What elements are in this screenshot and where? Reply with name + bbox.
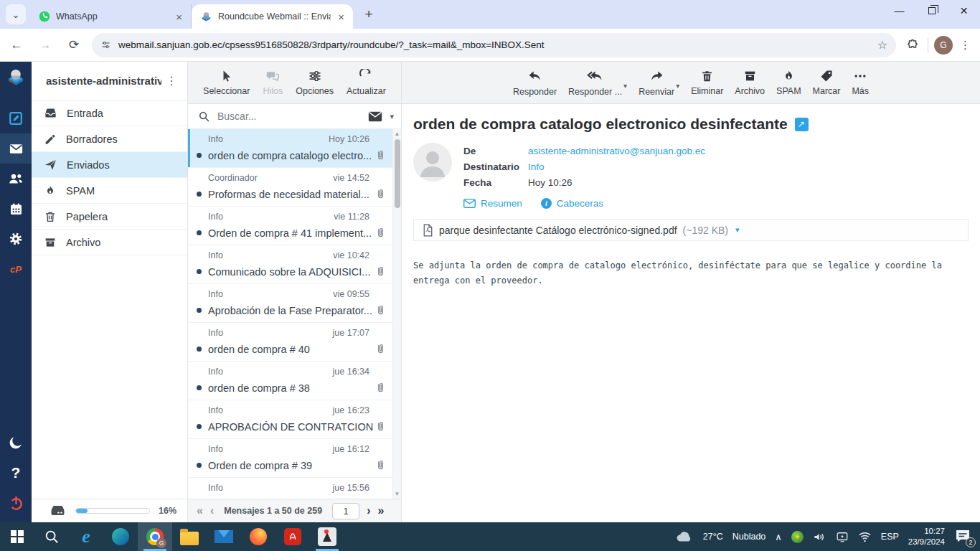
message-row[interactable]: Info jue 15:56 [188,478,392,499]
taskbar-java-button[interactable] [310,522,344,551]
taskbar-mail-button[interactable] [207,522,241,551]
message-row[interactable]: Info jue 16:12 Orden de compra # 39 [188,439,392,478]
folder-enviados[interactable]: Enviados [32,152,187,178]
weather-temp[interactable]: 27°C [703,532,723,542]
reply-all-button[interactable]: Responder ... [568,69,622,97]
page-number-input[interactable] [332,503,359,519]
connect-device-icon[interactable] [836,531,849,542]
account-menu-icon[interactable]: ⋮ [161,74,182,88]
extensions-icon[interactable] [906,39,919,52]
close-tab-icon[interactable]: × [336,11,346,23]
options-button[interactable]: Opciones [296,69,334,96]
tab-search-chevron-icon[interactable]: ⌄ [6,4,26,24]
first-page-button[interactable]: « [197,504,203,517]
taskbar-ie-button[interactable]: e [69,522,103,551]
browser-menu-icon[interactable]: ⋮ [960,39,971,52]
message-row[interactable]: Info vie 09:55 Aprobación de la Fase Pre… [188,284,392,323]
to-address-link[interactable]: Info [528,161,545,172]
close-tab-icon[interactable]: × [174,11,184,23]
taskbar-firefox-button[interactable] [241,522,275,551]
select-button[interactable]: Seleccionar [203,70,250,96]
search-bar[interactable]: Buscar... ▾ [188,104,401,129]
folder-entrada[interactable]: Entrada [32,100,187,126]
open-in-new-window-icon[interactable]: ↗ [795,118,809,131]
summary-link[interactable]: Resumen [463,198,522,209]
tab-roundcube[interactable]: Roundcube Webmail :: Enviados × [192,4,353,29]
language-indicator[interactable]: ESP [881,532,899,542]
forward-button[interactable]: Reenviar [639,69,674,97]
start-button[interactable] [0,522,34,551]
next-page-button[interactable]: › [367,504,370,517]
settings-nav-button[interactable] [0,224,32,254]
message-row[interactable]: Info Hoy 10:26 orden de compra catalogo … [188,129,392,168]
attachment-row[interactable]: parque desinfectante Catálogo electrónic… [413,219,969,241]
search-options-chevron-icon[interactable]: ▾ [390,112,394,121]
scrollbar-thumb[interactable] [395,139,400,208]
taskbar-acrobat-button[interactable] [275,522,310,551]
bookmark-star-icon[interactable]: ☆ [877,38,887,52]
message-row[interactable]: Info jue 16:34 orden de compra # 38 [188,362,392,400]
weather-desc[interactable]: Nublado [732,532,766,542]
attachment-menu-icon[interactable]: ▾ [735,225,740,235]
forward-button[interactable]: → [33,33,57,57]
compose-button[interactable] [0,103,32,133]
archive-button[interactable]: Archivo [735,69,765,96]
contacts-nav-button[interactable] [0,164,32,194]
clock[interactable]: 10:27 23/9/2024 [908,526,945,547]
message-row[interactable]: Info jue 17:07 orden de compra # 40 [188,323,392,362]
mail-nav-button[interactable] [0,133,32,164]
reply-button[interactable]: Responder [513,69,557,97]
address-bar[interactable]: webmail.sanjuan.gob.ec/cpsess9516850828/… [92,33,896,57]
reply-all-dropdown-icon[interactable]: ▾ [623,82,627,90]
antivirus-tray-icon[interactable]: ✦ [791,531,804,543]
weather-cloud-icon[interactable] [675,530,694,543]
scroll-down-icon[interactable]: ▼ [393,489,401,499]
mark-button[interactable]: Marcar [813,69,841,96]
search-scope-icon[interactable] [368,111,382,122]
back-button[interactable]: ← [4,33,29,57]
refresh-button[interactable]: Actualizar [347,69,386,96]
taskbar-explorer-button[interactable] [172,522,207,551]
minimize-button[interactable]: — [883,0,915,22]
taskbar-chrome-button[interactable]: G [138,522,172,551]
attachment-name[interactable]: parque desinfectante Catálogo electrónic… [439,225,677,236]
logout-button[interactable] [0,488,32,518]
reload-button[interactable]: ⟳ [62,33,86,57]
url-text[interactable]: webmail.sanjuan.gob.ec/cpsess9516850828/… [118,39,870,50]
restore-button[interactable] [915,0,948,22]
wifi-icon[interactable] [858,531,872,542]
message-row[interactable]: Info jue 16:23 APROBACIÓN DE CONTRATCION… [188,400,392,439]
list-scrollbar[interactable]: ▲ ▼ [392,129,401,499]
prev-page-button[interactable]: ‹ [210,504,214,517]
help-button[interactable]: ? [0,458,32,488]
message-row[interactable]: Info vie 11:28 Orden de compra # 41 impl… [188,207,392,245]
calendar-nav-button[interactable] [0,194,32,224]
taskbar-search-button[interactable] [34,522,69,551]
site-info-icon[interactable] [100,39,111,50]
folder-archivo[interactable]: Archivo [32,230,187,255]
folder-papelera[interactable]: Papelera [32,204,187,230]
from-address-link[interactable]: asistente-administrativo@sanjuan.gob.ec [528,146,705,156]
tab-whatsapp[interactable]: WhatsApp × [30,4,192,29]
search-input[interactable]: Buscar... [217,110,361,122]
folder-spam[interactable]: SPAM [32,178,187,204]
forward-dropdown-icon[interactable]: ▾ [676,82,679,90]
folder-borradores[interactable]: Borradores [32,126,187,152]
cpanel-link[interactable]: cP [0,254,32,284]
taskbar-edge-button[interactable] [103,522,138,551]
new-tab-button[interactable]: + [359,4,379,24]
action-center-button[interactable]: 2 [954,528,973,545]
more-button[interactable]: Más [852,69,869,96]
dark-mode-button[interactable] [0,428,32,458]
threads-button[interactable]: Hilos [263,69,283,96]
volume-icon[interactable] [813,531,826,543]
spam-button[interactable]: SPAM [776,69,801,96]
profile-avatar[interactable]: G [934,36,953,55]
message-row[interactable]: Info vie 10:42 Comunicado sobre la ADQUI… [188,245,392,284]
hidden-icons-chevron[interactable]: ∧ [775,532,782,542]
last-page-button[interactable]: » [377,504,384,517]
message-row[interactable]: Coordinador vie 14:52 Proformas de neces… [188,168,392,207]
delete-button[interactable]: Eliminar [691,69,723,96]
close-window-button[interactable]: ✕ [948,0,980,22]
scroll-up-icon[interactable]: ▲ [393,129,401,138]
